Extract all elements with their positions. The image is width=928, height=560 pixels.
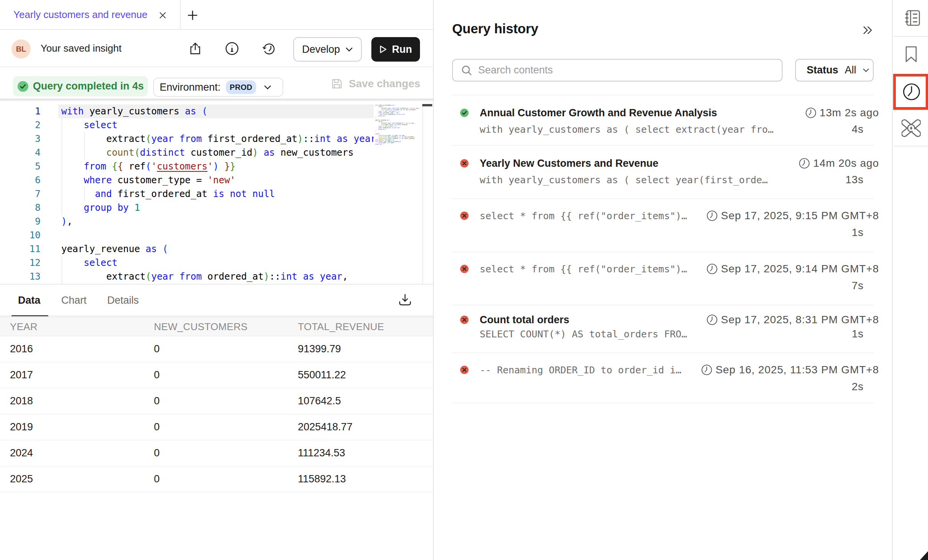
- query-duration: 1s: [852, 226, 864, 239]
- table-header: YEAR NEW_CUSTOMERS TOTAL_REVENUE: [0, 317, 433, 336]
- query-timestamp: Sep 17, 2025, 8:31 PM GMT+8: [707, 314, 879, 326]
- line-number: 6: [0, 173, 41, 187]
- line-number: 4: [0, 146, 41, 160]
- table-cell: 0: [154, 362, 160, 388]
- save-icon: [332, 79, 342, 89]
- check-circle-icon: [18, 81, 28, 92]
- table-cell: 0: [154, 414, 160, 440]
- collapse-panel-icon[interactable]: [863, 25, 872, 35]
- column-header-new-customers[interactable]: NEW_CUSTOMERS: [154, 317, 248, 336]
- query-history-item[interactable]: select * from {{ ref("order_items")…Sep …: [452, 252, 874, 305]
- table-row[interactable]: 20180107642.5: [0, 388, 433, 414]
- minimap-line: order by 1: [375, 144, 421, 145]
- timestamp-text: Sep 17, 2025, 9:14 PM GMT+8: [721, 263, 879, 275]
- environment-label: Environment:: [160, 81, 221, 93]
- chevron-down-icon: [863, 68, 869, 72]
- search-input[interactable]: Search contents: [452, 59, 783, 81]
- query-history-item[interactable]: select * from {{ ref("order_items")…Sep …: [452, 199, 874, 252]
- status-filter-dropdown[interactable]: Status All: [795, 59, 874, 81]
- status-filter-label: Status: [807, 64, 838, 76]
- environment-selector[interactable]: Environment: PROD: [153, 78, 283, 97]
- timestamp-text: Sep 17, 2025, 8:31 PM GMT+8: [721, 314, 879, 326]
- timestamp-text: 13m 2s ago: [820, 107, 879, 119]
- table-cell: 91399.79: [298, 336, 341, 362]
- table-body: 2016091399.7920170550011.2220180107642.5…: [0, 336, 433, 492]
- develop-button[interactable]: Develop: [293, 37, 362, 62]
- sql-editor-panel: Yearly customers and revenue BL Your sav…: [0, 0, 433, 560]
- table-cell: 2016: [10, 336, 33, 362]
- query-status-text: Query completed in 4s: [33, 80, 144, 92]
- query-code-preview: select * from {{ ref("order_items")…: [480, 210, 687, 221]
- run-button[interactable]: Run: [371, 37, 420, 62]
- code-content[interactable]: with yearly_customers as ( select extrac…: [61, 104, 374, 284]
- query-duration: 2s: [852, 381, 864, 393]
- query-timestamp: 13m 2s ago: [805, 107, 879, 119]
- save-changes-label: Save changes: [349, 78, 420, 90]
- tab-details[interactable]: Details: [107, 285, 139, 316]
- table-cell: 107642.5: [298, 388, 341, 414]
- query-history-item[interactable]: Annual Customer Growth and Revenue Analy…: [452, 95, 874, 145]
- clock-icon[interactable]: [903, 83, 920, 101]
- code-line: extract(year from ordered_at)::int as ye…: [61, 270, 374, 283]
- tab-close-icon[interactable]: [159, 11, 167, 19]
- lineage-icon[interactable]: [902, 119, 921, 138]
- table-cell: 115892.13: [298, 466, 346, 492]
- bookmark-icon[interactable]: [905, 46, 917, 62]
- query-history-item[interactable]: Yearly New Customers and Revenue14m 20s …: [452, 145, 874, 199]
- table-row[interactable]: 20240111234.53: [0, 440, 433, 466]
- query-timestamp: Sep 17, 2025, 9:15 PM GMT+8: [707, 210, 879, 222]
- clock-icon: [799, 158, 810, 169]
- query-code-preview: SELECT COUNT(*) AS total_orders FRO…: [480, 329, 687, 340]
- tab-chart[interactable]: Chart: [61, 285, 87, 316]
- notebook-icon[interactable]: [905, 10, 920, 26]
- new-tab-button[interactable]: [187, 10, 198, 21]
- table-row[interactable]: 20170550011.22: [0, 362, 433, 388]
- table-cell: 2025: [10, 466, 33, 492]
- query-duration: 13s: [845, 174, 864, 186]
- insight-label: Your saved insight: [41, 30, 122, 67]
- code-line: count(distinct customer_id) as new_custo…: [61, 146, 374, 160]
- info-icon[interactable]: [225, 42, 239, 55]
- minimap[interactable]: with yearly_customers as ( select extrac…: [375, 105, 421, 145]
- table-cell: 2024: [10, 440, 33, 466]
- code-line: group by 1: [61, 201, 374, 215]
- error-status-icon: [460, 159, 469, 168]
- query-code-preview: with yearly_customers as ( select year(f…: [480, 174, 768, 186]
- query-status-badge: Query completed in 4s: [13, 76, 148, 96]
- sql-code-editor[interactable]: 12345678910111213 with yearly_customers …: [0, 99, 433, 285]
- tab-yearly-customers-and-revenue[interactable]: Yearly customers and revenue: [0, 0, 180, 29]
- line-number: 1: [0, 104, 41, 118]
- code-line: extract(year from first_ordered_at)::int…: [61, 132, 374, 146]
- table-cell: 2025418.77: [298, 414, 353, 440]
- clock-icon: [707, 314, 717, 325]
- code-line: with yearly_customers as (: [61, 104, 374, 118]
- table-cell: 2018: [10, 388, 33, 414]
- results-tab-bar: Data Chart Details: [0, 285, 433, 316]
- table-row[interactable]: 20250115892.13: [0, 466, 433, 492]
- line-numbers: 12345678910111213: [0, 104, 41, 283]
- column-header-total-revenue[interactable]: TOTAL_REVENUE: [298, 317, 384, 336]
- query-history-item[interactable]: Count total ordersSep 17, 2025, 8:31 PM …: [452, 305, 874, 353]
- table-cell: 2019: [10, 414, 33, 440]
- table-row[interactable]: 2016091399.79: [0, 336, 433, 362]
- line-number: 12: [0, 256, 41, 270]
- insight-toolbar: BL Your saved insight D: [0, 30, 433, 67]
- tab-data[interactable]: Data: [18, 285, 41, 316]
- save-changes-button[interactable]: Save changes: [332, 74, 420, 93]
- share-icon[interactable]: [188, 42, 202, 55]
- scrollbar-cursor-marker[interactable]: [422, 104, 432, 106]
- line-number: 8: [0, 201, 41, 215]
- search-placeholder: Search contents: [478, 64, 553, 76]
- table-cell: 0: [154, 440, 160, 466]
- line-number: 2: [0, 118, 41, 132]
- version-history-icon[interactable]: [262, 42, 276, 55]
- tab-title[interactable]: Yearly customers and revenue: [13, 0, 147, 29]
- table-cell: 0: [154, 466, 160, 492]
- table-row[interactable]: 201902025418.77: [0, 414, 433, 440]
- line-number: 3: [0, 132, 41, 146]
- table-cell: 2017: [10, 362, 33, 388]
- line-number: 7: [0, 187, 41, 201]
- download-icon[interactable]: [398, 293, 412, 307]
- column-header-year[interactable]: YEAR: [10, 317, 38, 336]
- query-history-item[interactable]: -- Renaming ORDER_ID to order_id i…Sep 1…: [452, 353, 874, 403]
